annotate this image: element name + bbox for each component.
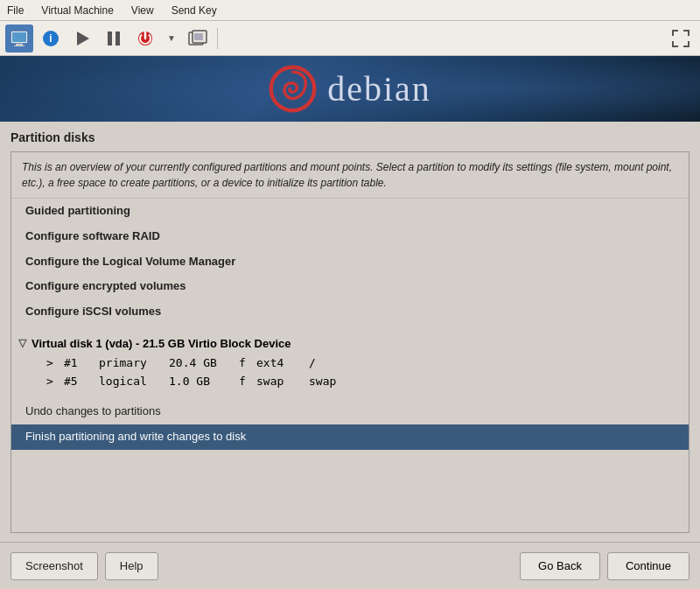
fullscreen-button[interactable] xyxy=(667,25,695,53)
info-text: This is an overview of your currently co… xyxy=(11,152,689,199)
row-type: logical xyxy=(99,375,169,388)
partition-list: Guided partitioning Configure software R… xyxy=(11,199,689,532)
partition-separator-2 xyxy=(11,390,689,399)
table-row[interactable]: > #5 logical 1.0 GB f swap swap xyxy=(11,372,689,390)
menubar: File Virtual Machine View Send Key xyxy=(0,0,700,21)
svg-text:i: i xyxy=(49,32,52,45)
power-dropdown[interactable]: ▼ xyxy=(163,25,180,53)
svg-rect-7 xyxy=(108,32,112,46)
fullscreen-icon xyxy=(671,29,690,48)
svg-point-13 xyxy=(271,67,315,111)
list-item-guided[interactable]: Guided partitioning xyxy=(11,199,689,224)
debian-banner: debian xyxy=(0,56,700,122)
list-item-software-raid[interactable]: Configure software RAID xyxy=(11,224,689,249)
row-arrow: > xyxy=(46,375,64,388)
list-item-iscsi[interactable]: Configure iSCSI volumes xyxy=(11,299,689,325)
row-mount: / xyxy=(309,356,361,369)
go-back-button[interactable]: Go Back xyxy=(520,552,600,580)
info-button[interactable]: i xyxy=(37,25,65,53)
row-fs: swap xyxy=(256,375,309,388)
pause-button[interactable] xyxy=(100,25,128,53)
svg-rect-12 xyxy=(194,33,203,40)
svg-rect-1 xyxy=(16,44,23,46)
info-icon: i xyxy=(41,29,60,48)
svg-rect-8 xyxy=(116,32,120,46)
row-fs: ext4 xyxy=(256,356,309,369)
debian-logo: debian xyxy=(269,65,431,113)
bottom-bar: Screenshot Help Go Back Continue xyxy=(0,542,700,589)
disk-collapse-arrow: ▽ xyxy=(18,337,26,349)
list-item-encrypted[interactable]: Configure encrypted volumes xyxy=(11,274,689,299)
row-type: primary xyxy=(99,356,169,369)
power-icon xyxy=(136,29,155,48)
row-num: #5 xyxy=(64,375,99,388)
debian-title: debian xyxy=(327,68,431,109)
svg-marker-6 xyxy=(77,32,89,46)
disk-header[interactable]: ▽ Virtual disk 1 (vda) - 21.5 GB Virtio … xyxy=(11,333,689,354)
list-item-undo[interactable]: Undo changes to partitions xyxy=(11,399,689,424)
debian-swirl-icon xyxy=(269,65,317,113)
continue-button[interactable]: Continue xyxy=(607,552,690,580)
row-flag: f xyxy=(239,375,256,388)
power-button[interactable] xyxy=(131,25,159,53)
row-mount: swap xyxy=(309,375,361,388)
menu-file[interactable]: File xyxy=(4,3,27,18)
toolbar-separator xyxy=(217,28,218,49)
menu-send-key[interactable]: Send Key xyxy=(168,3,220,18)
help-button[interactable]: Help xyxy=(105,552,158,580)
pause-icon xyxy=(104,29,123,48)
row-num: #1 xyxy=(64,356,99,369)
svg-rect-3 xyxy=(12,32,26,42)
partition-panel: This is an overview of your currently co… xyxy=(10,151,690,533)
screenshot-button[interactable]: Screenshot xyxy=(10,552,98,580)
menu-virtual-machine[interactable]: Virtual Machine xyxy=(38,3,117,18)
row-size: 20.4 GB xyxy=(169,356,239,369)
row-flag: f xyxy=(239,356,256,369)
play-icon xyxy=(73,29,92,48)
list-item-lvm[interactable]: Configure the Logical Volume Manager xyxy=(11,249,689,275)
toolbar: i ▼ xyxy=(0,21,700,56)
menu-view[interactable]: View xyxy=(128,3,158,18)
partition-separator xyxy=(11,325,689,333)
row-arrow: > xyxy=(46,356,64,369)
snapshot-icon xyxy=(188,29,207,48)
main-content: Partition disks This is an overview of y… xyxy=(0,122,700,542)
snapshot-button[interactable] xyxy=(184,25,212,53)
monitor-button[interactable] xyxy=(5,25,33,53)
svg-rect-2 xyxy=(14,46,24,46)
list-item-finish[interactable]: Finish partitioning and write changes to… xyxy=(11,424,689,450)
table-row[interactable]: > #1 primary 20.4 GB f ext4 / xyxy=(11,354,689,372)
monitor-icon xyxy=(10,29,29,48)
row-size: 1.0 GB xyxy=(169,375,239,388)
play-button[interactable] xyxy=(68,25,96,53)
page-title: Partition disks xyxy=(10,130,690,144)
disk-name: Virtual disk 1 (vda) - 21.5 GB Virtio Bl… xyxy=(32,337,290,350)
